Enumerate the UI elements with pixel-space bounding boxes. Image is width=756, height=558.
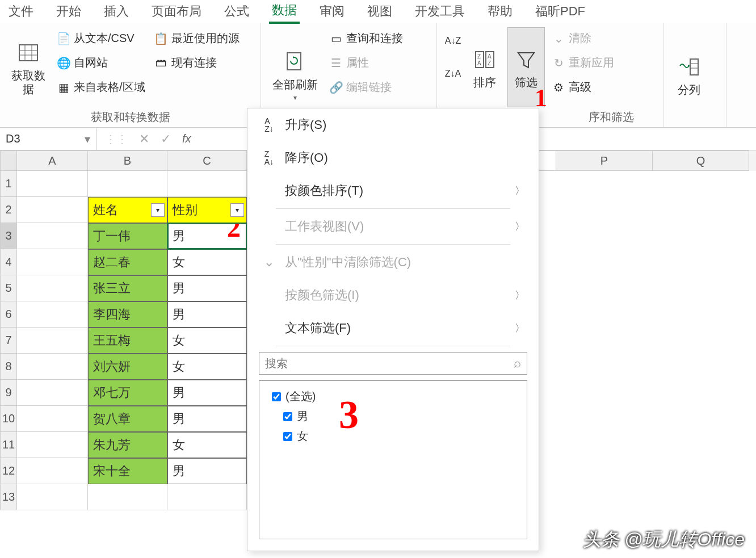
cell[interactable]: 男 (167, 301, 247, 328)
get-data-button[interactable]: 获取数 据 (7, 27, 50, 107)
cell[interactable] (167, 171, 247, 197)
cell[interactable] (17, 458, 88, 484)
cell[interactable]: 朱九芳 (88, 432, 167, 458)
col-header-q[interactable]: Q (653, 150, 749, 171)
cell[interactable]: 女 (167, 354, 247, 380)
row-header[interactable]: 7 (0, 328, 17, 354)
cell[interactable]: 刘六妍 (88, 354, 167, 380)
cell[interactable] (17, 223, 88, 249)
confirm-icon[interactable]: ✓ (161, 132, 171, 146)
tab-data[interactable]: 数据 (269, 0, 300, 24)
row-header[interactable]: 4 (0, 249, 17, 275)
cell[interactable]: 女 (167, 249, 247, 275)
properties-button[interactable]: ☰属性 (327, 54, 405, 72)
tab-review[interactable]: 审阅 (317, 0, 347, 23)
recent-sources-button[interactable]: 📋最近使用的源 (152, 30, 242, 47)
sort-button[interactable]: ZAAZ 排序 (467, 27, 503, 107)
col-header-p[interactable]: P (556, 150, 653, 171)
cell[interactable] (88, 171, 167, 197)
cell[interactable]: 男 (167, 275, 247, 301)
filter-button[interactable]: 筛选 1 (507, 27, 545, 107)
filter-dropdown-name[interactable]: ▾ (151, 203, 165, 217)
cell[interactable]: 张三立 (88, 275, 167, 301)
queries-connections-button[interactable]: ▭查询和连接 (327, 30, 405, 47)
filter-by-color-item[interactable]: 按颜色筛选(I) 〉 (247, 279, 539, 312)
advanced-filter-button[interactable]: ⚙高级 (549, 78, 616, 96)
cell[interactable] (88, 484, 167, 510)
row-header[interactable]: 10 (0, 406, 17, 432)
row-header[interactable]: 8 (0, 354, 17, 380)
tab-foxit-pdf[interactable]: 福昕PDF (532, 0, 588, 23)
col-header-a[interactable]: A (17, 150, 88, 171)
tab-help[interactable]: 帮助 (485, 0, 515, 23)
row-header[interactable]: 11 (0, 432, 17, 458)
cell[interactable]: 邓七万 (88, 380, 167, 406)
sort-descending-item[interactable]: ZA↓ 降序(O) (247, 141, 539, 174)
check-female[interactable]: 女 (265, 426, 521, 446)
sort-by-color-item[interactable]: 按颜色排序(T) 〉 (247, 174, 539, 207)
from-web-button[interactable]: 🌐自网站 (54, 54, 148, 72)
cell[interactable] (17, 301, 88, 328)
cell[interactable]: 男 (167, 406, 247, 432)
cell[interactable]: 男 (167, 458, 247, 484)
clear-filter-button[interactable]: ⌄清除 (549, 30, 616, 47)
row-header[interactable]: 13 (0, 484, 17, 510)
table-header-gender[interactable]: 性别 ▾ (167, 197, 247, 223)
tab-formulas[interactable]: 公式 (221, 0, 252, 23)
row-header[interactable]: 9 (0, 380, 17, 406)
cell[interactable]: 宋十全 (88, 458, 167, 484)
check-male[interactable]: 男 (265, 406, 521, 426)
col-header-c[interactable]: C (167, 150, 247, 171)
tab-home[interactable]: 开始 (53, 0, 84, 23)
cancel-icon[interactable]: ✕ (139, 132, 149, 146)
filter-search-box[interactable]: ⌕ (259, 352, 527, 375)
tab-insert[interactable]: 插入 (101, 0, 132, 23)
text-to-columns-button[interactable]: 分列 (671, 27, 707, 123)
edit-links-button[interactable]: 🔗编辑链接 (327, 78, 405, 96)
row-header[interactable]: 1 (0, 171, 17, 197)
cell[interactable]: 丁一伟 (88, 223, 167, 249)
existing-connections-button[interactable]: 🗃现有连接 (152, 54, 242, 72)
row-header[interactable]: 2 (0, 197, 17, 223)
cell[interactable] (17, 354, 88, 380)
text-filter-item[interactable]: 文本筛选(F) 〉 (247, 312, 539, 345)
col-header-b[interactable]: B (88, 150, 167, 171)
cell[interactable]: 赵二春 (88, 249, 167, 275)
clear-filter-item[interactable]: ⌄ 从"性别"中清除筛选(C) (247, 246, 539, 279)
check-select-all[interactable]: (全选) (265, 387, 521, 406)
cell[interactable] (17, 328, 88, 354)
cell[interactable]: 贺八章 (88, 406, 167, 432)
cell[interactable] (17, 380, 88, 406)
cell[interactable] (17, 432, 88, 458)
tab-view[interactable]: 视图 (364, 0, 395, 23)
sort-desc-button[interactable]: Z↓A (444, 66, 462, 82)
row-header[interactable]: 5 (0, 275, 17, 301)
row-header[interactable]: 12 (0, 458, 17, 484)
from-table-range-button[interactable]: ▦来自表格/区域 (54, 78, 148, 96)
cell[interactable]: 王五梅 (88, 328, 167, 354)
sheet-view-item[interactable]: 工作表视图(V) 〉 (247, 210, 539, 243)
filter-dropdown-gender[interactable]: ▾ (230, 203, 244, 217)
select-all-corner[interactable] (0, 150, 17, 171)
row-header[interactable]: 6 (0, 301, 17, 328)
cell[interactable]: 女 (167, 432, 247, 458)
name-box[interactable]: D3 ▾ (0, 128, 96, 150)
sort-asc-button[interactable]: A↓Z (444, 33, 462, 49)
tab-file[interactable]: 文件 (6, 0, 36, 23)
cell-grid[interactable]: 姓名 ▾ 性别 ▾ 丁一伟 男 2 赵二春女 张三立男 李四海男 王五梅 (17, 171, 247, 510)
fx-icon[interactable]: fx (182, 132, 191, 145)
cell[interactable] (17, 197, 88, 223)
cell[interactable]: 女 (167, 328, 247, 354)
tab-page-layout[interactable]: 页面布局 (149, 0, 204, 23)
table-header-name[interactable]: 姓名 ▾ (88, 197, 167, 223)
cell[interactable] (17, 406, 88, 432)
row-header[interactable]: 3 (0, 223, 17, 249)
cell[interactable] (17, 275, 88, 301)
cell[interactable] (167, 484, 247, 510)
cell-selected[interactable]: 男 2 (167, 223, 247, 249)
cell[interactable]: 男 (167, 380, 247, 406)
cell[interactable] (17, 249, 88, 275)
filter-search-input[interactable] (265, 357, 514, 370)
from-text-csv-button[interactable]: 📄从文本/CSV (54, 30, 148, 47)
cell[interactable]: 李四海 (88, 301, 167, 328)
